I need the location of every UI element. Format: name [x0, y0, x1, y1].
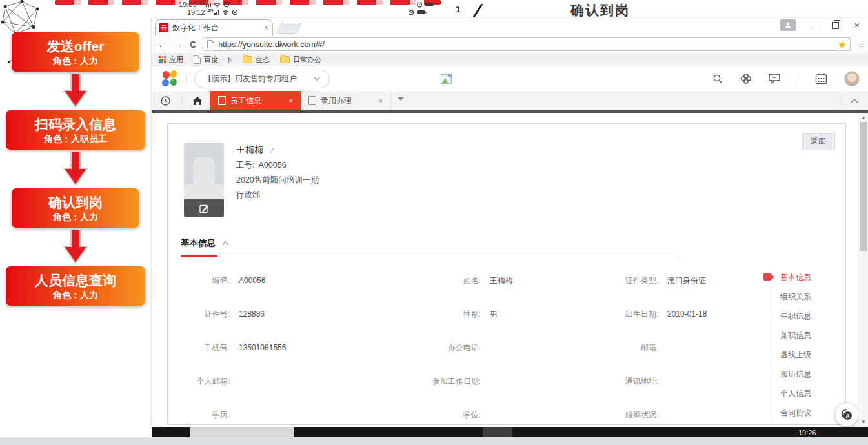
header-icons — [712, 71, 860, 86]
tab-close-icon[interactable]: × — [379, 97, 383, 104]
app-logo-icon[interactable] — [161, 70, 178, 87]
browser-menu-icon[interactable]: ≡ — [858, 39, 863, 50]
field-label: 编码: — [181, 275, 230, 286]
page-content: 返回 王梅梅 ♂ 工号: A00056 2020售前顾问培训一期 行政部 — [152, 113, 868, 427]
app-tab-bar: 员工信息×录用办理× — [152, 91, 868, 110]
flow-arrow-down-icon — [63, 73, 88, 109]
field-value: 2010-01-18 — [667, 310, 707, 319]
anchor-item-虚线上级[interactable]: 虚线上级 — [762, 345, 840, 364]
history-icon[interactable] — [152, 91, 179, 110]
assistant-button[interactable]: A — [835, 403, 858, 426]
address-bar[interactable]: https://yonsuite.diwork.com/#/ ★ — [203, 37, 851, 51]
form-field: 证件号:128886 — [181, 297, 410, 331]
anchor-label: 个人信息 — [780, 388, 811, 399]
emp-no-value: A00056 — [258, 161, 286, 170]
battery-icon — [425, 2, 435, 7]
field-value: A00056 — [239, 276, 265, 285]
browser-toolbar: ← → C https://yonsuite.diwork.com/#/ ★ ≡ — [152, 35, 868, 53]
field-value: 男 — [490, 309, 498, 320]
cropped-page-heading: 确认到岗 — [570, 1, 630, 19]
field-label: 出生日期: — [597, 309, 658, 320]
bookmark-item[interactable]: 日常办公 — [280, 55, 321, 64]
flow-step-title: 人员信息查询 — [35, 272, 116, 289]
page-icon — [207, 40, 214, 48]
bookmark-item[interactable]: 应用 — [159, 55, 183, 64]
scroll-down-icon[interactable]: ▼ — [858, 419, 868, 425]
calendar-icon[interactable] — [815, 73, 827, 84]
signal-icon — [214, 10, 219, 15]
app-tab-员工信息[interactable]: 员工信息× — [210, 91, 301, 110]
browser-tab[interactable]: 云 数字化工作台 × — [155, 19, 273, 35]
browser-tab-strip: 云 数字化工作台 × – × — [152, 18, 868, 35]
anchor-item-组织关系[interactable]: 组织关系 — [762, 287, 840, 306]
app-tab-录用办理[interactable]: 录用办理× — [301, 91, 391, 110]
anchor-label: 组织关系 — [780, 292, 811, 302]
app-header: 【演示】用友售前专用租户 — [152, 66, 868, 91]
collapse-chevron-icon[interactable] — [851, 99, 858, 103]
svg-text:A: A — [845, 413, 850, 419]
bookmark-item[interactable]: 百度一下 — [194, 55, 232, 64]
page-icon — [194, 55, 201, 64]
url-text[interactable]: https://yonsuite.diwork.com/#/ — [218, 40, 834, 49]
signal-icon — [206, 2, 211, 7]
tenant-selector[interactable]: 【演示】用友售前专用租户 — [194, 70, 330, 88]
section-collapse-icon[interactable] — [222, 241, 229, 246]
taskbar-segment — [190, 427, 294, 437]
avatar-edit-overlay[interactable] — [184, 199, 224, 217]
flow-step-3: 确认到岗角色：人力 — [12, 188, 139, 228]
cast-icon — [232, 9, 238, 15]
folder-icon — [243, 56, 252, 63]
flow-step-role: 角色：人力 — [53, 289, 98, 301]
new-tab-button[interactable] — [276, 23, 302, 34]
app-tab-label: 员工信息 — [230, 95, 261, 106]
flow-step-title: 扫码录入信息 — [35, 116, 116, 133]
network-4g-label: 4G — [208, 8, 214, 13]
anchor-nav: 基本信息组织关系任职信息兼职信息虚线上级履历信息个人信息合同协议技能资格 — [762, 268, 840, 442]
flow-step-title: 确认到岗 — [48, 194, 103, 211]
anchor-item-个人信息[interactable]: 个人信息 — [762, 384, 840, 403]
message-icon[interactable] — [769, 73, 781, 84]
anchor-item-履历信息[interactable]: 履历信息 — [762, 364, 840, 384]
field-label: 邮箱: — [597, 342, 658, 353]
window-restore-button[interactable] — [832, 22, 839, 29]
apps-clover-icon[interactable] — [740, 73, 752, 84]
anchor-item-基本信息[interactable]: 基本信息 — [762, 268, 840, 287]
employee-department: 行政部 — [236, 190, 261, 201]
scrollbar-thumb[interactable] — [860, 122, 867, 251]
notification-count: 1 — [456, 5, 460, 14]
anchor-label: 合同协议 — [780, 408, 811, 419]
flow-step-role: 角色：人力 — [53, 55, 98, 66]
anchor-item-兼职信息[interactable]: 兼职信息 — [762, 326, 840, 345]
anchor-item-合同协议[interactable]: 合同协议 — [762, 403, 840, 422]
user-avatar[interactable] — [844, 71, 860, 86]
window-minimize-button[interactable]: – — [811, 21, 816, 30]
browser-profile-icon[interactable] — [780, 19, 796, 31]
scroll-up-icon[interactable]: ▲ — [858, 115, 868, 121]
back-button[interactable]: ← — [157, 39, 167, 50]
divider — [181, 95, 182, 106]
back-button-cn[interactable]: 返回 — [802, 133, 835, 150]
window-close-button[interactable]: × — [854, 21, 860, 30]
tab-close-icon[interactable]: × — [264, 24, 268, 32]
vertical-scrollbar[interactable]: ▲ ▼ — [858, 113, 868, 427]
forward-button[interactable]: → — [174, 39, 183, 50]
search-icon[interactable] — [712, 73, 723, 84]
phone-status-right-2 — [408, 9, 427, 15]
flow-arrow-down-icon — [63, 229, 88, 265]
section-divider-accent — [181, 255, 217, 257]
tab-dropdown-icon[interactable] — [398, 97, 404, 104]
anchor-item-任职信息[interactable]: 任职信息 — [762, 306, 840, 326]
bookmark-star-icon[interactable]: ★ — [838, 40, 847, 49]
section-header[interactable]: 基本信息 — [181, 237, 229, 249]
tab-close-icon[interactable]: × — [289, 97, 293, 104]
home-icon[interactable] — [185, 91, 210, 110]
form-field: 办公电话: — [410, 331, 597, 364]
bookmark-item[interactable]: 生态 — [243, 55, 270, 64]
reload-button[interactable]: C — [190, 39, 196, 50]
field-label: 参加工作日期: — [410, 376, 481, 387]
field-label: 证件号: — [181, 309, 230, 320]
employee-avatar-placeholder[interactable] — [184, 143, 224, 217]
anchor-label: 履历信息 — [780, 369, 811, 380]
anchor-label: 任职信息 — [780, 311, 811, 322]
field-value: 128886 — [239, 310, 265, 319]
